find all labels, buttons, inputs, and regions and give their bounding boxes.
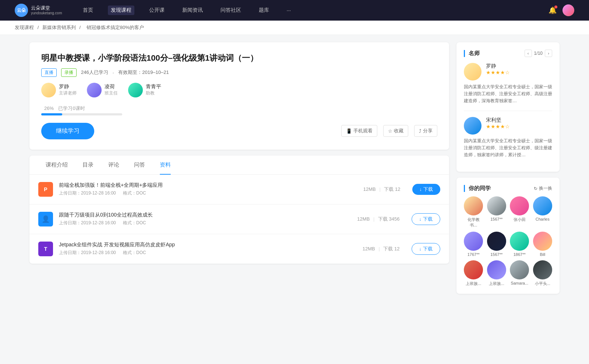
course-title: 明星中教授课，小学阶段语法100分–强化级第1讲动词（一）: [41, 53, 437, 64]
classmate-item-8[interactable]: Bill: [533, 232, 553, 257]
prev-page-button[interactable]: ‹: [525, 50, 532, 57]
classmate-item-1[interactable]: 化学教书...: [464, 196, 483, 228]
nav-courses[interactable]: 发现课程: [108, 6, 134, 15]
classmate-name-11: Samara...: [511, 281, 528, 285]
user-avatar-nav[interactable]: [562, 4, 574, 16]
resource-stats-3: 12MB | 下载 12: [363, 246, 400, 252]
classmate-avatar-2: [487, 196, 506, 215]
sidebar-teacher-name-1: 罗静: [486, 63, 510, 69]
nav-home[interactable]: 首页: [80, 6, 96, 15]
tag-live: 直播: [41, 68, 57, 77]
sidebar-teacher-2: 宋利坚 ★★★★☆ 国内某重点大学安全工程专业硕士，国家一级注册消防工程师、注册…: [464, 117, 552, 165]
breadcrumb-link-courses[interactable]: 发现课程: [15, 25, 34, 30]
classmate-name-9: 上班族...: [466, 281, 481, 286]
logo[interactable]: 云朵 云朵课堂 yundouketang.com: [15, 4, 62, 17]
sidebar-teacher-1: 罗静 ★★★★☆ 国内某重点大学安全工程专业硕士，国家一级注册消防工程师、注册安…: [464, 63, 552, 111]
course-meta: 直播 录播 246人已学习 · 有效期至：2019–10–21: [41, 68, 437, 77]
download-button-3[interactable]: ↓ 下载: [412, 243, 441, 255]
classmate-avatar-6: [487, 232, 506, 251]
classmate-name-4: Charles: [536, 217, 550, 221]
nav-qa[interactable]: 问答社区: [218, 6, 244, 15]
navbar: 云朵 云朵课堂 yundouketang.com 首页 发现课程 公开课 新闻资…: [0, 0, 589, 21]
file-icon-u: 👤: [38, 212, 53, 226]
classmate-item-4[interactable]: Charles: [533, 196, 553, 228]
resource-stats-2: 12MB | 下载 3456: [357, 216, 399, 222]
classmate-avatar-8: [533, 232, 552, 251]
classmate-avatar-11: [510, 260, 529, 279]
bell-icon[interactable]: 🔔: [549, 6, 557, 14]
sidebar-teacher-row-2: 宋利坚 ★★★★☆: [464, 117, 552, 135]
continue-learning-button[interactable]: 继续学习: [41, 123, 94, 139]
main-container: 明星中教授课，小学阶段语法100分–强化级第1讲动词（一） 直播 录播 246人…: [15, 35, 574, 307]
share-button[interactable]: ⤴ 分享: [414, 125, 437, 137]
progress-bar-fill: [41, 113, 62, 115]
classmate-item-11[interactable]: Samara...: [510, 260, 529, 286]
resource-info-1: 前端全栈加强版！前端全栈+全周期+多端应用 上传日期：2019-12-28 16…: [59, 182, 357, 196]
teacher-info-3: 青青平 助教: [146, 83, 161, 96]
classmate-name-12: 小平头...: [535, 281, 550, 286]
resource-title-3: Jetpack全组件实战 开发短视频应用高仿皮皮虾App: [59, 242, 357, 248]
refresh-button[interactable]: ↻ 换一换: [534, 185, 552, 192]
teacher-name-1: 罗静: [59, 83, 77, 90]
teacher-avatar-2: [87, 83, 102, 97]
resource-stats-1: 12MB | 下载 12: [363, 186, 401, 193]
classmate-item-7[interactable]: 1867**: [510, 232, 529, 257]
classmate-item-2[interactable]: 1567**: [487, 196, 507, 228]
progress-area: 26% 已学习0课时: [41, 105, 437, 115]
teacher-name-2: 凌荷: [105, 83, 118, 90]
teachers-card-header: 名师 ‹ 1/10 ›: [464, 50, 552, 57]
breadcrumb: 发现课程 / 新媒体营销系列 / 销冠修炼术搞定80%的客户: [0, 21, 589, 35]
resource-item-3: T Jetpack全组件实战 开发短视频应用高仿皮皮虾App 上传日期：2019…: [29, 234, 449, 264]
tab-intro[interactable]: 课程介绍: [38, 156, 75, 174]
tabs-card: 课程介绍 目录 评论 问答 资料 P 前端全栈加强版！前端全栈+全周期+多端应用…: [29, 156, 449, 264]
download-button-1[interactable]: ↓ 下载: [412, 184, 441, 195]
classmates-header: 你的同学 ↻ 换一换: [464, 185, 552, 192]
teachers-sidebar-title: 名师: [464, 50, 480, 57]
avatar-image: [562, 4, 574, 16]
classmate-item-12[interactable]: 小平头...: [533, 260, 553, 286]
collect-button[interactable]: ☆ 收藏: [383, 125, 408, 137]
tab-resource[interactable]: 资料: [152, 156, 178, 174]
phone-watch-button[interactable]: 📱 手机观看: [341, 125, 377, 137]
download-button-2[interactable]: ↓ 下载: [412, 213, 441, 225]
classmate-item-6[interactable]: 1567**: [487, 232, 507, 257]
nav-quiz[interactable]: 题库: [256, 6, 272, 15]
sidebar-teacher-avatar-2: [464, 117, 482, 135]
classmate-name-7: 1867**: [514, 252, 526, 257]
sidebar-teacher-row-1: 罗静 ★★★★☆: [464, 63, 552, 81]
breadcrumb-link-series[interactable]: 新媒体营销系列: [42, 25, 76, 30]
tab-catalog[interactable]: 目录: [75, 156, 101, 174]
sidebar-teacher-stars-2: ★★★★☆: [486, 124, 510, 129]
nav-open[interactable]: 公开课: [146, 6, 167, 15]
sidebar-right: 名师 ‹ 1/10 › 罗静 ★★★★☆ 国内某: [456, 42, 560, 300]
classmate-item-10[interactable]: 上班族...: [487, 260, 507, 286]
classmate-avatar-9: [464, 260, 483, 279]
tab-qa[interactable]: 问答: [127, 156, 152, 174]
classmate-avatar-3: [510, 196, 529, 215]
page-info: 1/10: [534, 51, 543, 56]
teachers-pagination: ‹ 1/10 ›: [525, 50, 552, 57]
resource-meta-1: 上传日期：2019-12-28 16:00 格式：DOC: [59, 190, 357, 196]
classmate-item-3[interactable]: 张小田: [510, 196, 529, 228]
classmate-avatar-1: [464, 196, 483, 215]
teacher-item-1: 罗静 主讲老师: [41, 83, 77, 97]
file-icon-p: P: [38, 182, 53, 197]
resource-info-2: 跟随千万级项目从0到100全过程高效成长 上传日期：2019-12-28 16:…: [59, 212, 351, 226]
tab-content: P 前端全栈加强版！前端全栈+全周期+多端应用 上传日期：2019-12-28 …: [29, 175, 449, 264]
tab-review[interactable]: 评论: [101, 156, 127, 174]
teachers-list: 罗静 主讲老师 凌荷 班主任 青青平 助教: [41, 83, 437, 97]
teacher-avatar-3: [128, 83, 143, 97]
classmates-title: 你的同学: [464, 185, 491, 192]
progress-bar-bg: [41, 113, 122, 115]
download-icon-2: ↓: [419, 216, 422, 222]
classmate-item-5[interactable]: 1767**: [464, 232, 483, 257]
logo-text: 云朵课堂 yundouketang.com: [31, 5, 62, 15]
sidebar-teacher-details-2: 宋利坚 ★★★★☆: [486, 117, 510, 129]
next-page-button[interactable]: ›: [545, 50, 552, 57]
classmate-item-9[interactable]: 上班族...: [464, 260, 483, 286]
breadcrumb-sep-2: /: [79, 25, 82, 30]
nav-news[interactable]: 新闻资讯: [179, 6, 206, 15]
sidebar-teacher-avatar-1: [464, 63, 482, 81]
nav-more[interactable]: ···: [284, 6, 294, 15]
download-icon-1: ↓: [420, 186, 422, 192]
